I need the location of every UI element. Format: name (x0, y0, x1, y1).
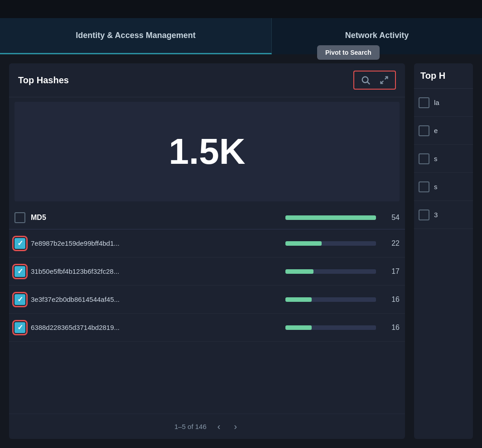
right-table-row: s (414, 173, 473, 201)
checkbox-header[interactable] (14, 212, 25, 223)
checkbox-hash3[interactable] (14, 294, 25, 305)
bar-hash2 (285, 269, 376, 274)
label-hash1: 7e8987b2e159de99bff4bd1... (31, 239, 280, 247)
label-hash2: 31b50e5fbf4b123b6f32fc28... (31, 267, 280, 275)
count-hash4: 16 (381, 324, 400, 332)
right-checkbox-5[interactable] (419, 210, 429, 220)
big-number: 1.5K (169, 131, 246, 172)
tabs-row: Identity & Access Management Network Act… (0, 18, 482, 54)
tab-network-label: Network Activity (345, 31, 409, 40)
bar-fill-md5 (285, 215, 376, 220)
table-row: 7e8987b2e159de99bff4bd1... 22 (9, 229, 405, 257)
bar-fill-hash3 (285, 297, 312, 302)
search-button[interactable] (359, 73, 372, 87)
right-table-row: 3 (414, 201, 473, 229)
pagination-next[interactable]: › (231, 420, 240, 433)
count-hash2: 17 (381, 267, 400, 276)
table-row: MD5 54 (9, 206, 405, 229)
right-panel: Top H la e s s 3 (414, 63, 473, 439)
expand-button[interactable] (378, 74, 390, 86)
bar-fill-hash2 (285, 269, 313, 274)
bar-fill-hash4 (285, 325, 312, 330)
search-expand-group (353, 71, 396, 90)
panel-actions (353, 71, 396, 90)
tab-iam[interactable]: Identity & Access Management (0, 18, 272, 54)
table-area: MD5 54 7e8987b2e159de99bff4bd1... 22 (9, 206, 405, 414)
right-label-3: s (434, 155, 438, 162)
pivot-tooltip[interactable]: Pivot to Search (317, 45, 380, 60)
count-hash3: 16 (381, 295, 400, 304)
bar-hash3 (285, 297, 376, 302)
right-label-4: s (434, 183, 438, 191)
svg-point-0 (362, 77, 368, 83)
checkbox-hash4[interactable] (14, 322, 25, 333)
right-checkbox-3[interactable] (419, 153, 429, 164)
label-hash3: 3e3f37e2b0db8614544af45... (31, 295, 280, 303)
pagination-text: 1–5 of 146 (174, 423, 207, 430)
right-label-5: 3 (434, 211, 438, 219)
pagination: 1–5 of 146 ‹ › (9, 414, 405, 439)
count-md5: 54 (381, 214, 400, 222)
panel-header: Top Hashes (9, 63, 405, 97)
checkbox-hash2[interactable] (14, 266, 25, 277)
tab-iam-label: Identity & Access Management (76, 31, 195, 40)
right-label-2: e (434, 127, 438, 134)
right-checkbox-2[interactable] (419, 125, 429, 136)
pagination-prev[interactable]: ‹ (215, 420, 223, 433)
bar-hash4 (285, 325, 376, 330)
label-hash4: 6388d228365d3714bd2819... (31, 324, 280, 331)
left-panel: Top Hashes (9, 63, 405, 439)
bar-fill-hash1 (285, 241, 322, 246)
right-table-row: e (414, 117, 473, 145)
right-checkbox-4[interactable] (419, 181, 429, 192)
table-row: 6388d228365d3714bd2819... 16 (9, 314, 405, 342)
right-panel-title: Top H (414, 63, 473, 89)
count-hash1: 22 (381, 239, 400, 248)
panel-title: Top Hashes (18, 75, 69, 86)
right-checkbox-1[interactable] (419, 97, 429, 108)
main-content: Top Hashes (0, 54, 482, 448)
bar-hash1 (285, 241, 376, 246)
svg-line-1 (367, 82, 370, 84)
checkbox-hash1[interactable] (14, 238, 25, 249)
top-bar (0, 0, 482, 18)
right-label-1: la (434, 99, 439, 106)
big-number-area: 1.5K (14, 102, 400, 201)
right-table-row: s (414, 145, 473, 173)
table-row: 3e3f37e2b0db8614544af45... 16 (9, 286, 405, 314)
header-label: MD5 (31, 214, 280, 222)
bar-md5 (285, 215, 376, 220)
right-table-row: la (414, 89, 473, 117)
table-row: 31b50e5fbf4b123b6f32fc28... 17 (9, 257, 405, 286)
